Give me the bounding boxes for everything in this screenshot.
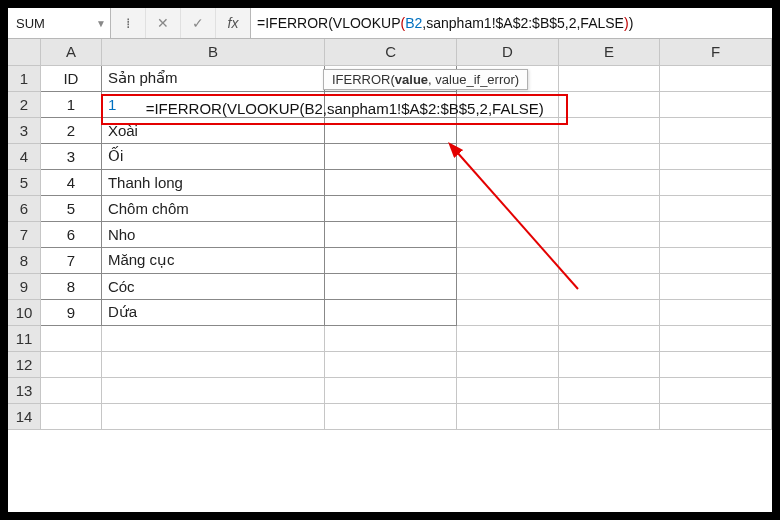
col-header-b[interactable]: B: [101, 39, 324, 65]
cell[interactable]: [660, 325, 772, 351]
cell[interactable]: 5: [40, 195, 101, 221]
cell[interactable]: [457, 221, 559, 247]
cell[interactable]: [660, 403, 772, 429]
cell[interactable]: [660, 143, 772, 169]
cell[interactable]: Xoài: [101, 117, 324, 143]
formula-input[interactable]: =IFERROR(VLOOKUP(B2,sanpham1!$A$2:$B$5,2…: [251, 8, 772, 38]
cell[interactable]: [457, 351, 559, 377]
cell[interactable]: Chôm chôm: [101, 195, 324, 221]
cell[interactable]: 4: [40, 169, 101, 195]
cell[interactable]: [457, 195, 559, 221]
row-header[interactable]: 8: [8, 247, 40, 273]
expand-button[interactable]: ⁞: [111, 8, 146, 38]
cell[interactable]: [40, 403, 101, 429]
cell[interactable]: [558, 169, 660, 195]
fx-icon[interactable]: fx: [216, 8, 251, 38]
row-header[interactable]: 5: [8, 169, 40, 195]
cell[interactable]: 3: [40, 143, 101, 169]
cell[interactable]: [457, 169, 559, 195]
row-header[interactable]: 9: [8, 273, 40, 299]
cell[interactable]: [325, 351, 457, 377]
cell[interactable]: [101, 403, 324, 429]
row-header[interactable]: 11: [8, 325, 40, 351]
cell[interactable]: [558, 351, 660, 377]
cell[interactable]: [660, 299, 772, 325]
cell[interactable]: [457, 117, 559, 143]
cell[interactable]: [660, 117, 772, 143]
cell[interactable]: 1: [40, 91, 101, 117]
cell[interactable]: 8: [40, 273, 101, 299]
cell[interactable]: [325, 169, 457, 195]
cell[interactable]: [325, 403, 457, 429]
cell[interactable]: Cóc: [101, 273, 324, 299]
row-header[interactable]: 14: [8, 403, 40, 429]
cell[interactable]: Măng cục: [101, 247, 324, 273]
cell[interactable]: [660, 351, 772, 377]
enter-button[interactable]: ✓: [181, 8, 216, 38]
cell[interactable]: 2: [40, 117, 101, 143]
name-box[interactable]: SUM ▼: [8, 8, 111, 38]
col-header-e[interactable]: E: [558, 39, 660, 65]
cell[interactable]: [660, 247, 772, 273]
cell[interactable]: [101, 325, 324, 351]
cell[interactable]: Thanh long: [101, 169, 324, 195]
cell[interactable]: 7: [40, 247, 101, 273]
row-header[interactable]: 4: [8, 143, 40, 169]
cell[interactable]: 9: [40, 299, 101, 325]
cell[interactable]: [558, 403, 660, 429]
col-header-a[interactable]: A: [40, 39, 101, 65]
cell[interactable]: [558, 117, 660, 143]
cell[interactable]: [660, 91, 772, 117]
cell[interactable]: [558, 247, 660, 273]
cell[interactable]: [40, 325, 101, 351]
cell[interactable]: [325, 221, 457, 247]
col-header-f[interactable]: F: [660, 39, 772, 65]
cell[interactable]: [457, 299, 559, 325]
cell[interactable]: [40, 377, 101, 403]
cell[interactable]: [558, 65, 660, 91]
cell[interactable]: [660, 273, 772, 299]
cell[interactable]: [457, 91, 559, 117]
cell[interactable]: [558, 299, 660, 325]
cell[interactable]: [558, 325, 660, 351]
cell[interactable]: [660, 377, 772, 403]
cell[interactable]: [325, 377, 457, 403]
select-all-corner[interactable]: [8, 39, 40, 65]
row-header[interactable]: 3: [8, 117, 40, 143]
row-header[interactable]: 1: [8, 65, 40, 91]
row-header[interactable]: 13: [8, 377, 40, 403]
chevron-down-icon[interactable]: ▼: [96, 18, 106, 29]
cell[interactable]: [558, 195, 660, 221]
cell[interactable]: [101, 351, 324, 377]
cell[interactable]: [325, 247, 457, 273]
cell[interactable]: Dứa: [101, 299, 324, 325]
row-header[interactable]: 7: [8, 221, 40, 247]
cell[interactable]: [325, 273, 457, 299]
col-header-c[interactable]: C: [325, 39, 457, 65]
cell[interactable]: [457, 377, 559, 403]
row-header[interactable]: 6: [8, 195, 40, 221]
cell-editing[interactable]: 1: [101, 91, 324, 117]
cell[interactable]: [660, 195, 772, 221]
col-header-d[interactable]: D: [457, 39, 559, 65]
row-header[interactable]: 2: [8, 91, 40, 117]
cell[interactable]: [660, 169, 772, 195]
cell[interactable]: [457, 247, 559, 273]
cell[interactable]: [325, 117, 457, 143]
cancel-button[interactable]: ✕: [146, 8, 181, 38]
cell[interactable]: [660, 221, 772, 247]
worksheet[interactable]: A B C D E F 1 ID Sản phẩm Số lượng 2 1: [8, 39, 772, 513]
cell[interactable]: [325, 143, 457, 169]
cell[interactable]: [558, 377, 660, 403]
cell[interactable]: [101, 377, 324, 403]
cell[interactable]: Ối: [101, 143, 324, 169]
cell[interactable]: [325, 195, 457, 221]
cell[interactable]: [457, 143, 559, 169]
cell[interactable]: [558, 143, 660, 169]
cell[interactable]: [558, 91, 660, 117]
cell[interactable]: Sản phẩm: [101, 65, 324, 91]
cell[interactable]: [325, 91, 457, 117]
cell[interactable]: 6: [40, 221, 101, 247]
row-header[interactable]: 12: [8, 351, 40, 377]
cell[interactable]: [457, 273, 559, 299]
